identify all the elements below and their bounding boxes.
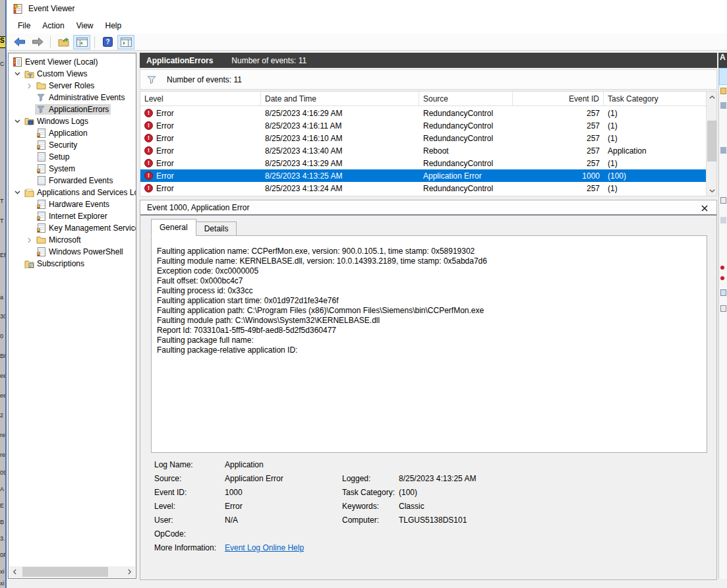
field-event-id-value: 1000 bbox=[225, 488, 243, 497]
tab-general[interactable]: General bbox=[151, 219, 196, 236]
column-header-level[interactable]: Level bbox=[140, 92, 261, 106]
table-row[interactable]: !Error 8/25/2023 4:13:40 AM Reboot 257 A… bbox=[140, 144, 706, 157]
toolbar-separator bbox=[50, 36, 51, 48]
scrollbar-thumb[interactable] bbox=[22, 567, 108, 577]
menu-file[interactable]: File bbox=[12, 19, 36, 32]
sidebar-item-hardware-events[interactable]: Hardware Events bbox=[23, 198, 111, 210]
results-pane-title: ApplicationErrors bbox=[146, 56, 213, 65]
event-details-panel: Event 1000, Application Error General De… bbox=[140, 200, 717, 580]
subscriptions-icon bbox=[24, 259, 34, 268]
actions-pane-sliver bbox=[718, 68, 727, 579]
sidebar-item-security[interactable]: Security bbox=[23, 139, 79, 151]
column-header-event-id[interactable]: Event ID bbox=[513, 92, 604, 106]
event-log-plain-icon bbox=[36, 152, 46, 162]
toggle-action-pane-icon bbox=[121, 38, 132, 47]
tree-horizontal-scrollbar[interactable] bbox=[9, 566, 135, 577]
menu-view[interactable]: View bbox=[71, 19, 100, 32]
sidebar-item-key-management-service[interactable]: Key Management Service bbox=[23, 222, 136, 234]
sidebar-item-internet-explorer[interactable]: Internet Explorer bbox=[23, 210, 109, 222]
row-source: RedundancyControl bbox=[419, 107, 513, 119]
column-header-source[interactable]: Source bbox=[419, 92, 513, 106]
sidebar-item-application[interactable]: Application bbox=[23, 127, 90, 139]
event-log-icon bbox=[36, 212, 46, 221]
event-viewer-icon bbox=[12, 57, 22, 67]
field-source-value: Application Error bbox=[225, 474, 283, 483]
table-row[interactable]: !Error 8/25/2023 4:16:29 AM RedundancyCo… bbox=[140, 107, 706, 119]
sidebar-item-label: Setup bbox=[49, 152, 69, 162]
row-source: RedundancyControl bbox=[419, 182, 513, 194]
toggle-console-tree-button[interactable] bbox=[73, 35, 90, 49]
field-computer-value: TLGUS5138DS101 bbox=[399, 515, 467, 525]
back-icon bbox=[14, 38, 25, 46]
event-log-icon bbox=[36, 140, 46, 150]
menu-action[interactable]: Action bbox=[36, 19, 70, 32]
tab-details[interactable]: Details bbox=[196, 221, 237, 236]
sidebar-item-label: Windows PowerShell bbox=[49, 247, 123, 256]
help-button[interactable]: ? bbox=[99, 35, 116, 49]
sidebar-item-applicationerrors[interactable]: ApplicationErrors bbox=[23, 103, 111, 115]
scroll-up-icon[interactable] bbox=[707, 92, 717, 102]
event-log-icon bbox=[36, 164, 46, 173]
filter-icon bbox=[36, 93, 46, 102]
sidebar-item-label: Event Viewer (Local) bbox=[25, 57, 98, 67]
sidebar-item-label: Windows Logs bbox=[37, 117, 88, 126]
scroll-right-icon[interactable] bbox=[124, 566, 135, 577]
forward-button[interactable] bbox=[29, 35, 46, 49]
row-event-id: 257 bbox=[513, 107, 604, 119]
sidebar-item-administrative-events[interactable]: Administrative Events bbox=[23, 92, 127, 103]
chevron-down-icon[interactable] bbox=[11, 115, 23, 127]
chevron-right-icon[interactable] bbox=[23, 80, 35, 92]
sidebar-item-microsoft[interactable]: Microsoft bbox=[23, 234, 83, 246]
row-event-id: 257 bbox=[513, 144, 604, 157]
row-source: Application Error bbox=[419, 169, 513, 182]
sidebar-item-setup[interactable]: Setup bbox=[23, 151, 71, 163]
field-level-value: Error bbox=[225, 502, 243, 511]
sidebar-item-label: Key Management Service bbox=[49, 223, 136, 233]
table-row[interactable]: !Error 8/25/2023 4:13:24 AM RedundancyCo… bbox=[140, 182, 706, 194]
sidebar-item-applications-and-services-logs[interactable]: Applications and Services Lo bbox=[11, 187, 136, 198]
svg-text:?: ? bbox=[105, 38, 109, 45]
chevron-down-icon[interactable] bbox=[11, 187, 23, 198]
scroll-left-icon[interactable] bbox=[9, 566, 20, 577]
chevron-right-icon[interactable] bbox=[23, 234, 35, 246]
event-log-online-help-link[interactable]: Event Log Online Help bbox=[225, 543, 304, 552]
error-icon: ! bbox=[144, 171, 153, 180]
field-task-category-value: (100) bbox=[399, 488, 417, 497]
scroll-down-icon[interactable] bbox=[707, 185, 717, 196]
row-level: Error bbox=[156, 184, 174, 193]
sidebar-item-forwarded-events[interactable]: Forwarded Events bbox=[23, 175, 115, 187]
event-text-line: Fault offset: 0x000bc4c7 bbox=[157, 276, 701, 286]
title-bar[interactable]: ! Event Viewer bbox=[7, 0, 727, 17]
sidebar-item-server-roles[interactable]: Server Roles bbox=[23, 80, 96, 92]
scrollbar-thumb[interactable] bbox=[707, 121, 716, 162]
toggle-action-pane-button[interactable] bbox=[117, 35, 134, 49]
table-row[interactable]: !Error 8/25/2023 4:16:10 AM RedundancyCo… bbox=[140, 132, 706, 144]
table-vertical-scrollbar[interactable] bbox=[706, 92, 716, 196]
sidebar-item-label: Subscriptions bbox=[37, 259, 84, 268]
export-button[interactable] bbox=[55, 35, 72, 49]
close-icon[interactable] bbox=[699, 203, 710, 214]
column-header-task-category[interactable]: Task Category bbox=[604, 92, 706, 106]
details-header: Event 1000, Application Error bbox=[140, 200, 716, 216]
app-icon: ! bbox=[13, 4, 23, 14]
row-level: Error bbox=[156, 109, 174, 118]
menu-help[interactable]: Help bbox=[100, 19, 128, 32]
table-row[interactable]: !Error 8/25/2023 4:13:29 AM RedundancyCo… bbox=[140, 157, 706, 169]
back-button[interactable] bbox=[11, 35, 28, 49]
sidebar-item-event-viewer-local[interactable]: Event Viewer (Local) bbox=[11, 56, 100, 68]
menu-bar: File Action View Help bbox=[7, 17, 727, 34]
sidebar-item-label: Internet Explorer bbox=[49, 212, 107, 221]
sidebar-item-windows-logs[interactable]: Windows Logs bbox=[11, 115, 90, 127]
toggle-console-tree-icon bbox=[76, 38, 88, 47]
event-description-box[interactable]: Faulting application name: CCPerfMon.exe… bbox=[151, 235, 707, 453]
chevron-down-icon[interactable] bbox=[11, 68, 23, 80]
table-row[interactable]: !Error 8/25/2023 4:16:11 AM RedundancyCo… bbox=[140, 119, 706, 132]
event-text-line: Faulting application start time: 0x01d97… bbox=[157, 296, 701, 306]
sidebar-item-subscriptions[interactable]: Subscriptions bbox=[11, 258, 86, 270]
sidebar-item-windows-powershell[interactable]: Windows PowerShell bbox=[23, 246, 125, 258]
table-row-selected[interactable]: !Error 8/25/2023 4:13:25 AM Application … bbox=[140, 169, 706, 182]
field-source-label: Source: bbox=[154, 474, 181, 483]
sidebar-item-custom-views[interactable]: Custom Views bbox=[11, 68, 89, 80]
column-header-date-time[interactable]: Date and Time bbox=[261, 92, 419, 106]
sidebar-item-system[interactable]: System bbox=[23, 163, 77, 175]
